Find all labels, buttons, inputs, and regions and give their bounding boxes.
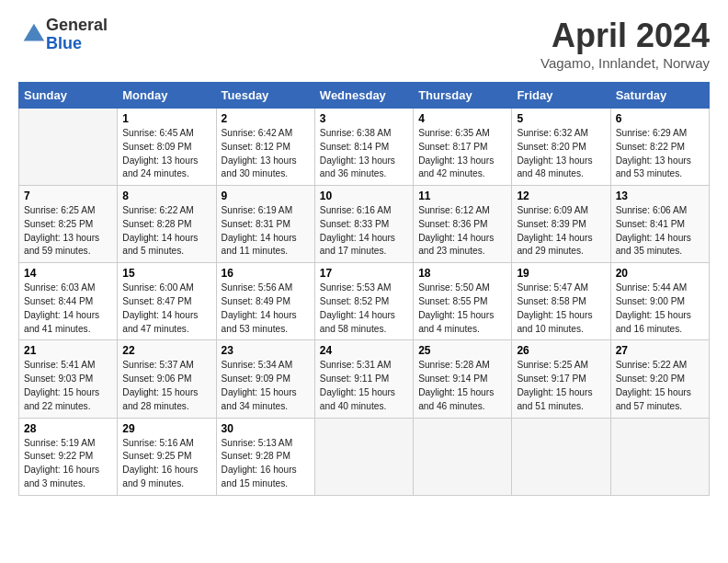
- day-cell: 3Sunrise: 6:38 AM Sunset: 8:14 PM Daylig…: [314, 109, 413, 186]
- day-number: 25: [418, 344, 506, 357]
- day-number: 13: [616, 190, 704, 202]
- day-info: Sunrise: 5:53 AM Sunset: 8:52 PM Dayligh…: [320, 282, 408, 336]
- weekday-header-saturday: Saturday: [610, 83, 709, 109]
- day-cell: [610, 418, 709, 495]
- day-number: 12: [517, 190, 605, 202]
- day-cell: 27Sunrise: 5:22 AM Sunset: 9:20 PM Dayli…: [610, 340, 709, 418]
- day-cell: 21Sunrise: 5:41 AM Sunset: 9:03 PM Dayli…: [19, 340, 118, 418]
- day-cell: 28Sunrise: 5:19 AM Sunset: 9:22 PM Dayli…: [19, 418, 118, 495]
- day-cell: [512, 418, 610, 495]
- day-info: Sunrise: 6:00 AM Sunset: 8:47 PM Dayligh…: [122, 282, 210, 336]
- day-number: 19: [517, 267, 605, 280]
- logo: General Blue: [18, 17, 108, 53]
- day-info: Sunrise: 6:38 AM Sunset: 8:14 PM Dayligh…: [320, 127, 408, 181]
- day-cell: 16Sunrise: 5:56 AM Sunset: 8:49 PM Dayli…: [216, 263, 314, 340]
- day-cell: 7Sunrise: 6:25 AM Sunset: 8:25 PM Daylig…: [19, 186, 118, 263]
- day-cell: 8Sunrise: 6:22 AM Sunset: 8:28 PM Daylig…: [118, 186, 216, 263]
- day-cell: 22Sunrise: 5:37 AM Sunset: 9:06 PM Dayli…: [118, 340, 216, 418]
- day-number: 20: [616, 267, 704, 280]
- day-number: 1: [122, 112, 210, 125]
- day-number: 18: [418, 267, 506, 280]
- day-info: Sunrise: 6:03 AM Sunset: 8:44 PM Dayligh…: [24, 282, 112, 336]
- logo-blue: Blue: [46, 35, 108, 53]
- day-cell: 1Sunrise: 6:45 AM Sunset: 8:09 PM Daylig…: [118, 109, 216, 186]
- day-number: 15: [122, 267, 210, 280]
- day-info: Sunrise: 6:29 AM Sunset: 8:22 PM Dayligh…: [616, 127, 704, 181]
- weekday-header-tuesday: Tuesday: [216, 83, 314, 109]
- day-number: 6: [616, 112, 704, 125]
- day-info: Sunrise: 5:13 AM Sunset: 9:28 PM Dayligh…: [222, 437, 310, 491]
- day-cell: 5Sunrise: 6:32 AM Sunset: 8:20 PM Daylig…: [512, 109, 610, 186]
- day-number: 27: [616, 344, 704, 357]
- day-info: Sunrise: 6:22 AM Sunset: 8:28 PM Dayligh…: [122, 204, 210, 259]
- week-row-4: 21Sunrise: 5:41 AM Sunset: 9:03 PM Dayli…: [19, 340, 710, 418]
- day-cell: 29Sunrise: 5:16 AM Sunset: 9:25 PM Dayli…: [118, 418, 216, 495]
- day-cell: 17Sunrise: 5:53 AM Sunset: 8:52 PM Dayli…: [314, 263, 413, 340]
- day-number: 23: [222, 344, 310, 357]
- day-info: Sunrise: 6:32 AM Sunset: 8:20 PM Dayligh…: [517, 127, 605, 181]
- day-number: 17: [320, 267, 408, 280]
- day-cell: 18Sunrise: 5:50 AM Sunset: 8:55 PM Dayli…: [414, 263, 512, 340]
- day-cell: 9Sunrise: 6:19 AM Sunset: 8:31 PM Daylig…: [216, 186, 314, 263]
- day-cell: 23Sunrise: 5:34 AM Sunset: 9:09 PM Dayli…: [216, 340, 314, 418]
- weekday-header-thursday: Thursday: [414, 83, 512, 109]
- day-info: Sunrise: 6:16 AM Sunset: 8:33 PM Dayligh…: [320, 204, 408, 259]
- day-number: 14: [24, 267, 112, 280]
- day-info: Sunrise: 6:25 AM Sunset: 8:25 PM Dayligh…: [24, 204, 112, 259]
- week-row-3: 14Sunrise: 6:03 AM Sunset: 8:44 PM Dayli…: [19, 263, 710, 340]
- day-info: Sunrise: 5:25 AM Sunset: 9:17 PM Dayligh…: [517, 359, 605, 413]
- day-cell: 6Sunrise: 6:29 AM Sunset: 8:22 PM Daylig…: [610, 109, 709, 186]
- week-row-2: 7Sunrise: 6:25 AM Sunset: 8:25 PM Daylig…: [19, 186, 710, 263]
- day-number: 3: [320, 112, 408, 125]
- month-title: April 2024: [540, 17, 710, 55]
- logo-text: General Blue: [46, 17, 108, 53]
- day-info: Sunrise: 5:28 AM Sunset: 9:14 PM Dayligh…: [418, 359, 506, 413]
- day-cell: 11Sunrise: 6:12 AM Sunset: 8:36 PM Dayli…: [414, 186, 512, 263]
- day-info: Sunrise: 6:42 AM Sunset: 8:12 PM Dayligh…: [222, 127, 310, 181]
- page: General Blue April 2024 Vagamo, Innlande…: [0, 0, 728, 505]
- day-info: Sunrise: 5:19 AM Sunset: 9:22 PM Dayligh…: [24, 437, 112, 491]
- svg-marker-0: [24, 24, 44, 41]
- day-cell: 25Sunrise: 5:28 AM Sunset: 9:14 PM Dayli…: [414, 340, 512, 418]
- day-info: Sunrise: 5:44 AM Sunset: 9:00 PM Dayligh…: [616, 282, 704, 336]
- day-info: Sunrise: 6:19 AM Sunset: 8:31 PM Dayligh…: [222, 204, 310, 259]
- day-info: Sunrise: 6:09 AM Sunset: 8:39 PM Dayligh…: [517, 204, 605, 259]
- day-number: 7: [24, 190, 112, 202]
- day-info: Sunrise: 6:45 AM Sunset: 8:09 PM Dayligh…: [122, 127, 210, 181]
- day-info: Sunrise: 5:16 AM Sunset: 9:25 PM Dayligh…: [122, 437, 210, 491]
- day-cell: [19, 109, 118, 186]
- day-info: Sunrise: 5:31 AM Sunset: 9:11 PM Dayligh…: [320, 359, 408, 413]
- day-number: 16: [222, 267, 310, 280]
- day-cell: 15Sunrise: 6:00 AM Sunset: 8:47 PM Dayli…: [118, 263, 216, 340]
- day-cell: 20Sunrise: 5:44 AM Sunset: 9:00 PM Dayli…: [610, 263, 709, 340]
- day-number: 9: [222, 190, 310, 202]
- weekday-header-friday: Friday: [512, 83, 610, 109]
- day-cell: 30Sunrise: 5:13 AM Sunset: 9:28 PM Dayli…: [216, 418, 314, 495]
- day-number: 10: [320, 190, 408, 202]
- day-number: 26: [517, 344, 605, 357]
- week-row-1: 1Sunrise: 6:45 AM Sunset: 8:09 PM Daylig…: [19, 109, 710, 186]
- day-number: 21: [24, 344, 112, 357]
- day-info: Sunrise: 6:12 AM Sunset: 8:36 PM Dayligh…: [418, 204, 506, 259]
- day-cell: 26Sunrise: 5:25 AM Sunset: 9:17 PM Dayli…: [512, 340, 610, 418]
- title-block: April 2024 Vagamo, Innlandet, Norway: [540, 17, 710, 71]
- day-number: 11: [418, 190, 506, 202]
- day-number: 2: [222, 112, 310, 125]
- day-number: 28: [24, 422, 112, 435]
- day-info: Sunrise: 6:35 AM Sunset: 8:17 PM Dayligh…: [418, 127, 506, 181]
- day-number: 22: [122, 344, 210, 357]
- day-number: 8: [122, 190, 210, 202]
- day-info: Sunrise: 5:22 AM Sunset: 9:20 PM Dayligh…: [616, 359, 704, 413]
- day-info: Sunrise: 5:37 AM Sunset: 9:06 PM Dayligh…: [122, 359, 210, 413]
- location: Vagamo, Innlandet, Norway: [540, 55, 710, 71]
- day-cell: 13Sunrise: 6:06 AM Sunset: 8:41 PM Dayli…: [610, 186, 709, 263]
- day-number: 4: [418, 112, 506, 125]
- weekday-header-row: SundayMondayTuesdayWednesdayThursdayFrid…: [19, 83, 710, 109]
- day-cell: 4Sunrise: 6:35 AM Sunset: 8:17 PM Daylig…: [414, 109, 512, 186]
- weekday-header-monday: Monday: [118, 83, 216, 109]
- weekday-header-sunday: Sunday: [19, 83, 118, 109]
- day-cell: [314, 418, 413, 495]
- weekday-header-wednesday: Wednesday: [314, 83, 413, 109]
- day-number: 5: [517, 112, 605, 125]
- day-info: Sunrise: 5:56 AM Sunset: 8:49 PM Dayligh…: [222, 282, 310, 336]
